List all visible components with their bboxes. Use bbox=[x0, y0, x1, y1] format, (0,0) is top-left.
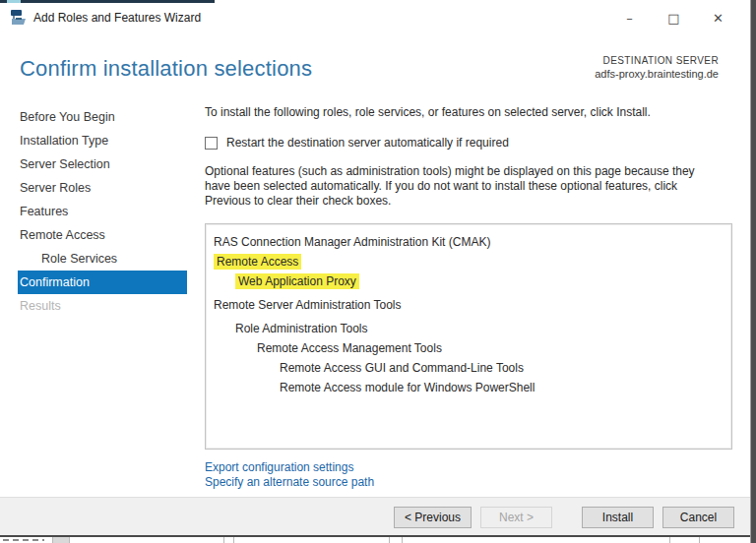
background-table-row-fragment bbox=[3, 539, 44, 541]
tree-item-role-admin-tools: Role Administration Tools bbox=[214, 321, 724, 340]
background-gridline bbox=[233, 537, 234, 543]
tree-item-powershell-module: Remote Access module for Windows PowerSh… bbox=[214, 380, 724, 399]
window-controls: – □ ✕ bbox=[607, 3, 740, 32]
tree-item-remote-access: Remote Access bbox=[214, 254, 724, 273]
background-gridline bbox=[69, 537, 70, 543]
sidebar-item-remote-access[interactable]: Remote Access bbox=[18, 223, 187, 247]
screenshot-stage: Add Roles and Features Wizard – □ ✕ Conf… bbox=[0, 0, 756, 543]
add-roles-features-wizard-dialog: Add Roles and Features Wizard – □ ✕ Conf… bbox=[0, 3, 750, 535]
selected-items-listbox[interactable]: RAS Connection Manager Administration Ki… bbox=[205, 223, 732, 450]
intro-text: To install the following roles, role ser… bbox=[205, 105, 733, 120]
background-gridline bbox=[669, 537, 670, 543]
footer-links: Export configuration settings Specify an… bbox=[205, 460, 733, 490]
background-gridline bbox=[389, 537, 390, 543]
background-gridline bbox=[52, 537, 53, 543]
sidebar-item-before-you-begin[interactable]: Before You Begin bbox=[18, 105, 187, 129]
background-gridline bbox=[699, 537, 700, 543]
minimize-button[interactable]: – bbox=[607, 3, 652, 32]
destination-server-block: DESTINATION SERVER adfs-proxy.braintesti… bbox=[595, 55, 719, 80]
window-title: Add Roles and Features Wizard bbox=[33, 11, 201, 25]
background-gridline bbox=[402, 537, 403, 543]
sidebar-item-features[interactable]: Features bbox=[18, 200, 187, 223]
close-button[interactable]: ✕ bbox=[696, 3, 740, 32]
background-gridline bbox=[223, 537, 224, 543]
sidebar-item-role-services[interactable]: Role Services bbox=[18, 247, 187, 271]
restart-checkbox-label: Restart the destination server automatic… bbox=[226, 136, 509, 150]
tree-item-remote-access-mgmt-tools: Remote Access Management Tools bbox=[214, 340, 724, 360]
alternate-source-path-link[interactable]: Specify an alternate source path bbox=[205, 475, 733, 490]
wizard-footer: < Previous Next > Install Cancel bbox=[0, 497, 750, 535]
optional-features-note: Optional features (such as administratio… bbox=[205, 164, 717, 209]
title-bar[interactable]: Add Roles and Features Wizard – □ ✕ bbox=[0, 3, 750, 32]
sidebar-item-results: Results bbox=[18, 294, 187, 318]
tree-item-rsat: Remote Server Administration Tools bbox=[214, 297, 724, 317]
highlighted-text: Web Application Proxy bbox=[235, 273, 359, 289]
maximize-button[interactable]: □ bbox=[652, 3, 696, 32]
previous-button[interactable]: < Previous bbox=[394, 507, 472, 528]
highlighted-text: Remote Access bbox=[214, 254, 301, 270]
restart-checkbox[interactable] bbox=[205, 137, 218, 150]
button-row: < Previous Next > Install Cancel bbox=[385, 507, 734, 528]
cancel-button[interactable]: Cancel bbox=[662, 507, 734, 528]
background-window-bottom bbox=[0, 537, 750, 543]
sidebar-item-server-selection[interactable]: Server Selection bbox=[18, 152, 187, 176]
background-table-cell-fragment bbox=[53, 537, 69, 543]
destination-server-name: adfs-proxy.braintesting.de bbox=[595, 68, 719, 80]
sidebar-item-installation-type[interactable]: Installation Type bbox=[18, 129, 187, 152]
confirmation-content: To install the following roles, role ser… bbox=[205, 105, 733, 490]
sidebar-item-server-roles[interactable]: Server Roles bbox=[18, 176, 187, 200]
tree-item-cmak: RAS Connection Manager Administration Ki… bbox=[214, 234, 724, 254]
tree-item-gui-cmdline-tools: Remote Access GUI and Command-Line Tools bbox=[214, 360, 724, 380]
page-title: Confirm installation selections bbox=[20, 56, 312, 82]
restart-checkbox-row[interactable]: Restart the destination server automatic… bbox=[205, 136, 733, 150]
server-manager-icon bbox=[11, 10, 28, 25]
destination-server-label: DESTINATION SERVER bbox=[595, 55, 719, 66]
next-button: Next > bbox=[480, 507, 552, 528]
tree-item-web-application-proxy: Web Application Proxy bbox=[214, 273, 724, 293]
wizard-steps-sidebar: Before You Begin Installation Type Serve… bbox=[18, 105, 187, 318]
sidebar-item-confirmation[interactable]: Confirmation bbox=[18, 271, 187, 294]
background-desktop-right-edge bbox=[750, 0, 756, 543]
export-configuration-link[interactable]: Export configuration settings bbox=[205, 460, 733, 475]
install-button[interactable]: Install bbox=[582, 507, 654, 528]
